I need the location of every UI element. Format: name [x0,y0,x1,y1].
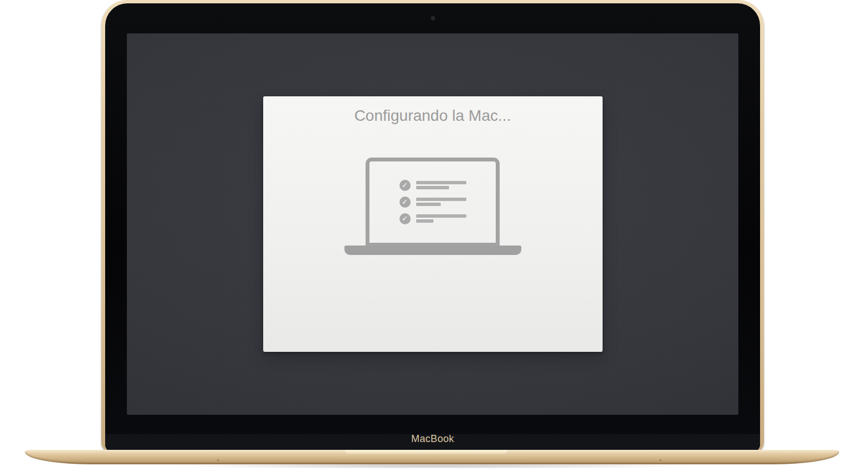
text-bar [416,181,466,184]
macbook-lid: Configurando la Mac... ✓ ✓ [101,0,764,452]
macbook-device: Configurando la Mac... ✓ ✓ [0,0,868,471]
text-bar [416,186,449,189]
base-detail-dot [659,459,662,461]
text-bar [416,198,466,201]
checkmark-icon: ✓ [400,197,411,208]
checklist-row: ✓ [400,197,466,208]
setup-dialog: Configurando la Mac... ✓ ✓ [263,96,603,352]
checklist-row: ✓ [400,180,466,191]
brand-label: MacBook [105,433,760,445]
checklist-text-bars [416,213,466,223]
base-detail-dot [217,459,219,461]
checklist-text-bars [416,180,466,189]
lid-lift-notch [345,450,507,454]
display-screen: Configurando la Mac... ✓ ✓ [127,33,738,415]
text-bar [416,203,441,206]
laptop-checklist-illustration: ✓ ✓ [263,96,603,352]
checkmark-icon: ✓ [400,180,411,191]
illustration-laptop-base [344,246,521,255]
webcam-icon [430,16,435,21]
illustration-laptop-screen: ✓ ✓ [366,158,500,247]
checkmark-icon: ✓ [400,213,411,224]
text-bar [416,214,466,218]
checklist-text-bars [416,197,466,206]
text-bar [416,219,433,223]
base-shadow [78,462,790,470]
screen-bezel: Configurando la Mac... ✓ ✓ [105,3,760,452]
checklist-row: ✓ [400,213,466,224]
